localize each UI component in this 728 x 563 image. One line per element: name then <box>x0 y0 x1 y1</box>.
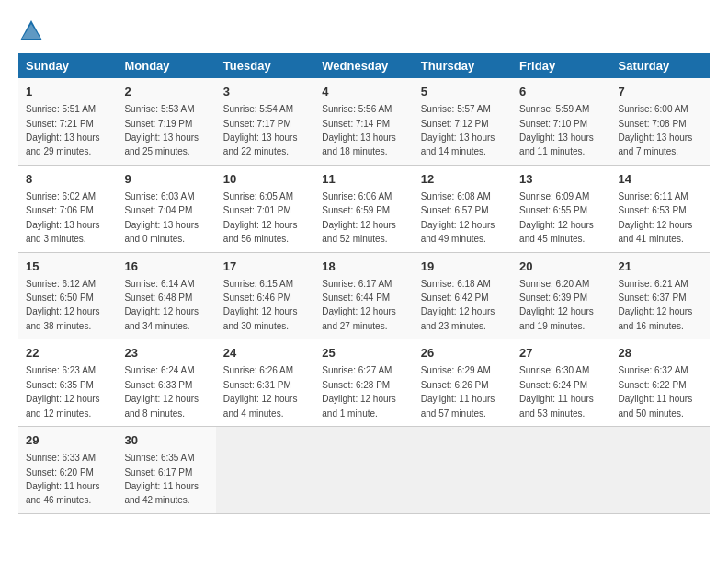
day-number: 22 <box>26 345 109 362</box>
day-info: Sunrise: 6:20 AMSunset: 6:39 PMDaylight:… <box>519 279 594 331</box>
col-header-wednesday: Wednesday <box>314 53 413 78</box>
day-cell-8: 8 Sunrise: 6:02 AMSunset: 7:06 PMDayligh… <box>18 165 117 252</box>
day-number: 25 <box>322 345 405 362</box>
day-info: Sunrise: 6:32 AMSunset: 6:22 PMDaylight:… <box>619 365 693 418</box>
day-cell-11: 11 Sunrise: 6:06 AMSunset: 6:59 PMDaylig… <box>314 165 413 252</box>
day-number: 16 <box>124 259 208 275</box>
day-number: 19 <box>421 259 505 275</box>
svg-marker-1 <box>22 24 40 39</box>
day-info: Sunrise: 6:23 AMSunset: 6:35 PMDaylight:… <box>26 365 100 418</box>
day-info: Sunrise: 6:12 AMSunset: 6:50 PMDaylight:… <box>26 279 100 331</box>
day-number: 3 <box>223 84 307 100</box>
day-info: Sunrise: 6:26 AMSunset: 6:31 PMDaylight:… <box>223 365 298 418</box>
day-info: Sunrise: 6:33 AMSunset: 6:20 PMDaylight:… <box>26 453 100 505</box>
day-cell-25: 25 Sunrise: 6:27 AMSunset: 6:28 PMDaylig… <box>314 339 413 427</box>
day-info: Sunrise: 5:54 AMSunset: 7:17 PMDaylight:… <box>223 104 298 156</box>
day-info: Sunrise: 6:05 AMSunset: 7:01 PMDaylight:… <box>223 191 298 244</box>
day-cell-7: 7 Sunrise: 6:00 AMSunset: 7:08 PMDayligh… <box>611 78 710 165</box>
day-cell-27: 27 Sunrise: 6:30 AMSunset: 6:24 PMDaylig… <box>512 339 610 427</box>
day-info: Sunrise: 6:15 AMSunset: 6:46 PMDaylight:… <box>223 279 298 331</box>
col-header-thursday: Thursday <box>414 53 512 78</box>
day-number: 29 <box>26 432 109 449</box>
week-row-3: 15 Sunrise: 6:12 AMSunset: 6:50 PMDaylig… <box>18 252 710 339</box>
day-info: Sunrise: 5:53 AMSunset: 7:19 PMDaylight:… <box>124 104 199 156</box>
day-cell-26: 26 Sunrise: 6:29 AMSunset: 6:26 PMDaylig… <box>414 339 512 427</box>
day-cell-17: 17 Sunrise: 6:15 AMSunset: 6:46 PMDaylig… <box>216 252 314 339</box>
empty-cell <box>512 427 610 514</box>
day-info: Sunrise: 6:09 AMSunset: 6:55 PMDaylight:… <box>519 191 594 244</box>
day-info: Sunrise: 6:30 AMSunset: 6:24 PMDaylight:… <box>519 365 594 418</box>
day-number: 14 <box>619 171 702 188</box>
day-info: Sunrise: 6:24 AMSunset: 6:33 PMDaylight:… <box>124 365 199 418</box>
day-number: 1 <box>26 84 109 100</box>
empty-cell <box>314 427 413 514</box>
day-cell-24: 24 Sunrise: 6:26 AMSunset: 6:31 PMDaylig… <box>216 339 314 427</box>
day-number: 24 <box>223 345 307 362</box>
day-cell-5: 5 Sunrise: 5:57 AMSunset: 7:12 PMDayligh… <box>414 78 512 165</box>
day-info: Sunrise: 5:59 AMSunset: 7:10 PMDaylight:… <box>519 104 594 156</box>
day-number: 17 <box>223 259 307 275</box>
day-number: 18 <box>322 259 405 275</box>
col-header-saturday: Saturday <box>611 53 710 78</box>
logo-icon <box>18 18 44 44</box>
day-number: 9 <box>124 171 208 188</box>
week-row-2: 8 Sunrise: 6:02 AMSunset: 7:06 PMDayligh… <box>18 165 710 252</box>
day-number: 26 <box>421 345 505 362</box>
day-info: Sunrise: 6:14 AMSunset: 6:48 PMDaylight:… <box>124 279 199 331</box>
day-number: 30 <box>124 432 208 449</box>
day-number: 27 <box>519 345 603 362</box>
empty-cell <box>611 427 710 514</box>
day-cell-10: 10 Sunrise: 6:05 AMSunset: 7:01 PMDaylig… <box>216 165 314 252</box>
day-info: Sunrise: 6:27 AMSunset: 6:28 PMDaylight:… <box>322 365 396 418</box>
day-info: Sunrise: 6:29 AMSunset: 6:26 PMDaylight:… <box>421 365 495 418</box>
day-number: 15 <box>26 259 109 275</box>
day-info: Sunrise: 6:17 AMSunset: 6:44 PMDaylight:… <box>322 279 396 331</box>
day-cell-18: 18 Sunrise: 6:17 AMSunset: 6:44 PMDaylig… <box>314 252 413 339</box>
day-cell-4: 4 Sunrise: 5:56 AMSunset: 7:14 PMDayligh… <box>314 78 413 165</box>
day-cell-12: 12 Sunrise: 6:08 AMSunset: 6:57 PMDaylig… <box>414 165 512 252</box>
day-cell-20: 20 Sunrise: 6:20 AMSunset: 6:39 PMDaylig… <box>512 252 610 339</box>
day-cell-3: 3 Sunrise: 5:54 AMSunset: 7:17 PMDayligh… <box>216 78 314 165</box>
day-cell-30: 30 Sunrise: 6:35 AMSunset: 6:17 PMDaylig… <box>117 427 215 514</box>
day-info: Sunrise: 6:11 AMSunset: 6:53 PMDaylight:… <box>619 191 693 244</box>
col-header-tuesday: Tuesday <box>216 53 314 78</box>
day-cell-22: 22 Sunrise: 6:23 AMSunset: 6:35 PMDaylig… <box>18 339 117 427</box>
day-cell-16: 16 Sunrise: 6:14 AMSunset: 6:48 PMDaylig… <box>117 252 215 339</box>
day-cell-2: 2 Sunrise: 5:53 AMSunset: 7:19 PMDayligh… <box>117 78 215 165</box>
day-number: 21 <box>619 259 702 275</box>
day-info: Sunrise: 6:03 AMSunset: 7:04 PMDaylight:… <box>124 191 199 244</box>
day-number: 10 <box>223 171 307 188</box>
day-cell-13: 13 Sunrise: 6:09 AMSunset: 6:55 PMDaylig… <box>512 165 610 252</box>
day-number: 8 <box>26 171 109 188</box>
page-header <box>18 18 710 44</box>
day-cell-9: 9 Sunrise: 6:03 AMSunset: 7:04 PMDayligh… <box>117 165 215 252</box>
col-header-sunday: Sunday <box>18 53 117 78</box>
week-row-4: 22 Sunrise: 6:23 AMSunset: 6:35 PMDaylig… <box>18 339 710 427</box>
week-row-1: 1 Sunrise: 5:51 AMSunset: 7:21 PMDayligh… <box>18 78 710 165</box>
day-cell-6: 6 Sunrise: 5:59 AMSunset: 7:10 PMDayligh… <box>512 78 610 165</box>
empty-cell <box>414 427 512 514</box>
day-number: 11 <box>322 171 405 188</box>
day-info: Sunrise: 6:02 AMSunset: 7:06 PMDaylight:… <box>26 191 100 244</box>
day-info: Sunrise: 6:00 AMSunset: 7:08 PMDaylight:… <box>619 104 693 156</box>
day-number: 4 <box>322 84 405 100</box>
day-number: 28 <box>619 345 702 362</box>
col-header-monday: Monday <box>117 53 215 78</box>
day-info: Sunrise: 5:57 AMSunset: 7:12 PMDaylight:… <box>421 104 495 156</box>
day-cell-23: 23 Sunrise: 6:24 AMSunset: 6:33 PMDaylig… <box>117 339 215 427</box>
logo <box>18 18 48 44</box>
day-number: 12 <box>421 171 505 188</box>
day-number: 2 <box>124 84 208 100</box>
week-row-5: 29 Sunrise: 6:33 AMSunset: 6:20 PMDaylig… <box>18 427 710 514</box>
day-cell-29: 29 Sunrise: 6:33 AMSunset: 6:20 PMDaylig… <box>18 427 117 514</box>
day-info: Sunrise: 6:35 AMSunset: 6:17 PMDaylight:… <box>124 453 199 505</box>
day-cell-15: 15 Sunrise: 6:12 AMSunset: 6:50 PMDaylig… <box>18 252 117 339</box>
day-info: Sunrise: 6:06 AMSunset: 6:59 PMDaylight:… <box>322 191 396 244</box>
day-number: 20 <box>519 259 603 275</box>
day-number: 7 <box>619 84 702 100</box>
col-header-friday: Friday <box>512 53 610 78</box>
day-cell-19: 19 Sunrise: 6:18 AMSunset: 6:42 PMDaylig… <box>414 252 512 339</box>
day-number: 5 <box>421 84 505 100</box>
day-cell-28: 28 Sunrise: 6:32 AMSunset: 6:22 PMDaylig… <box>611 339 710 427</box>
day-cell-21: 21 Sunrise: 6:21 AMSunset: 6:37 PMDaylig… <box>611 252 710 339</box>
